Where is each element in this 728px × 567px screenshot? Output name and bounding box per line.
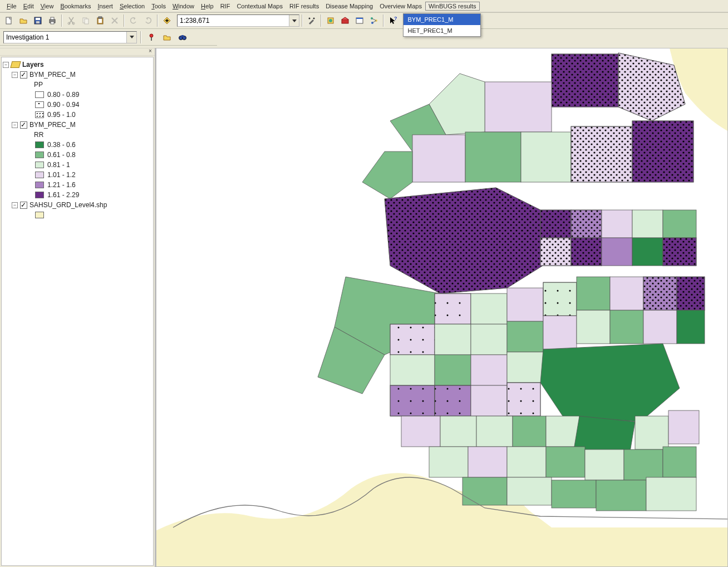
svg-rect-76 bbox=[610, 310, 643, 344]
svg-rect-71 bbox=[435, 324, 471, 355]
dropdown-item-het[interactable]: HET_PREC1_M bbox=[404, 25, 480, 36]
svg-rect-39 bbox=[571, 126, 632, 182]
menu-rif-results[interactable]: RIF results bbox=[286, 2, 322, 11]
menu-selection[interactable]: Selection bbox=[116, 2, 148, 11]
layer-rr-checkbox[interactable] bbox=[20, 121, 27, 129]
cut-icon bbox=[67, 16, 76, 25]
pin-button[interactable] bbox=[145, 31, 158, 44]
menu-file[interactable]: File bbox=[3, 2, 20, 11]
menu-winbugs-results[interactable]: WinBUGS results BYM_PREC1_M HET_PREC1_M bbox=[425, 2, 480, 11]
toolbar-investigation bbox=[0, 29, 217, 46]
layer-pp-checkbox[interactable] bbox=[20, 71, 27, 79]
save-button[interactable] bbox=[31, 14, 45, 27]
menu-contextual-maps[interactable]: Contextual Maps bbox=[233, 2, 286, 11]
map-canvas[interactable] bbox=[156, 48, 728, 567]
svg-rect-18 bbox=[342, 19, 348, 23]
collapse-toggle[interactable]: − bbox=[12, 202, 18, 208]
redo-button[interactable] bbox=[141, 14, 155, 27]
toolbar-separator bbox=[124, 14, 125, 27]
svg-rect-66 bbox=[643, 277, 677, 310]
delete-button[interactable] bbox=[108, 14, 121, 27]
command-line-button[interactable] bbox=[353, 14, 366, 27]
arccatalog-button[interactable] bbox=[324, 14, 337, 27]
collapse-toggle[interactable]: − bbox=[12, 122, 18, 128]
help-pointer-button[interactable]: ? bbox=[386, 14, 400, 27]
dropdown-item-bym[interactable]: BYM_PREC1_M bbox=[404, 14, 480, 25]
svg-rect-87 bbox=[471, 385, 507, 416]
add-data-icon bbox=[163, 16, 171, 25]
scale-dropdown-arrow[interactable] bbox=[289, 15, 299, 26]
menu-window[interactable]: Window bbox=[169, 2, 198, 11]
svg-rect-12 bbox=[99, 19, 102, 23]
folder-button[interactable] bbox=[160, 31, 174, 44]
svg-rect-72 bbox=[471, 324, 507, 355]
svg-point-14 bbox=[313, 18, 315, 19]
undo-button[interactable] bbox=[127, 14, 140, 27]
model-builder-button[interactable] bbox=[367, 14, 381, 27]
svg-rect-33 bbox=[552, 54, 618, 107]
legend-item: 0.90 - 0.94 bbox=[3, 100, 152, 110]
svg-rect-75 bbox=[577, 310, 610, 344]
menu-edit[interactable]: Edit bbox=[20, 2, 37, 11]
menu-view[interactable]: View bbox=[37, 2, 57, 11]
scale-input[interactable] bbox=[178, 16, 289, 26]
toolbar-main: ? bbox=[0, 12, 728, 29]
print-button[interactable] bbox=[46, 14, 59, 27]
investigation-combo[interactable] bbox=[3, 31, 137, 43]
investigation-input[interactable] bbox=[4, 32, 126, 42]
folder-icon bbox=[163, 33, 171, 42]
svg-rect-96 bbox=[668, 410, 699, 444]
open-button[interactable] bbox=[17, 14, 30, 27]
cut-button[interactable] bbox=[65, 14, 78, 27]
svg-rect-95 bbox=[635, 416, 668, 449]
paste-button[interactable] bbox=[94, 14, 107, 27]
collapse-toggle[interactable]: − bbox=[12, 72, 18, 78]
layer-base[interactable]: − SAHSU_GRD_Level4.shp bbox=[3, 200, 152, 210]
layer-pp-name: BYM_PREC_M bbox=[29, 71, 76, 79]
layers-root-label: Layers bbox=[22, 61, 44, 69]
svg-rect-98 bbox=[468, 447, 507, 477]
menu-overview-maps[interactable]: Overview Maps bbox=[376, 2, 425, 11]
save-icon bbox=[33, 16, 42, 25]
add-data-button[interactable] bbox=[160, 14, 174, 27]
layer-base-checkbox[interactable] bbox=[20, 202, 27, 209]
legend-item: 0.80 - 0.89 bbox=[3, 90, 152, 100]
menu-tools[interactable]: Tools bbox=[148, 2, 169, 11]
layer-rr-name: BYM_PREC_M bbox=[29, 121, 76, 129]
svg-rect-0 bbox=[6, 17, 11, 24]
menu-insert[interactable]: Insert bbox=[94, 2, 116, 11]
menu-disease-mapping[interactable]: Disease Mapping bbox=[322, 2, 376, 11]
menu-help[interactable]: Help bbox=[198, 2, 217, 11]
scale-combo[interactable] bbox=[177, 14, 299, 27]
new-button[interactable] bbox=[2, 14, 16, 27]
map-svg bbox=[156, 48, 728, 567]
toolbar-separator bbox=[140, 31, 141, 43]
layer-pp[interactable]: − BYM_PREC_M bbox=[3, 70, 152, 80]
pin-icon bbox=[147, 33, 156, 42]
svg-rect-86 bbox=[435, 385, 471, 416]
collapse-toggle[interactable]: − bbox=[3, 62, 9, 68]
menu-bookmarks[interactable]: Bookmarks bbox=[57, 2, 94, 11]
toc-close-button[interactable]: × bbox=[147, 48, 154, 55]
svg-rect-101 bbox=[585, 449, 624, 480]
investigation-dropdown-arrow[interactable] bbox=[126, 32, 136, 43]
redo-icon bbox=[144, 16, 153, 25]
editor-toolbar-button[interactable] bbox=[305, 14, 318, 27]
layer-rr[interactable]: − BYM_PREC_M bbox=[3, 120, 152, 130]
legend-item: 1.21 - 1.6 bbox=[3, 180, 152, 190]
copy-button[interactable] bbox=[79, 14, 92, 27]
menu-rif[interactable]: RIF bbox=[217, 2, 234, 11]
legend-item: 1.61 - 2.29 bbox=[3, 190, 152, 200]
toolbar-separator bbox=[61, 14, 62, 27]
svg-point-15 bbox=[309, 18, 311, 19]
layers-root[interactable]: − Layers bbox=[3, 60, 152, 70]
binoculars-button[interactable] bbox=[176, 31, 189, 44]
svg-rect-77 bbox=[643, 310, 677, 344]
svg-rect-107 bbox=[596, 480, 646, 511]
svg-rect-84 bbox=[390, 385, 435, 416]
winbugs-dropdown: BYM_PREC1_M HET_PREC1_M bbox=[403, 13, 481, 37]
svg-rect-59 bbox=[471, 294, 507, 324]
arctoolbox-button[interactable] bbox=[338, 14, 352, 27]
svg-rect-70 bbox=[390, 324, 435, 355]
table-of-contents[interactable]: − Layers − BYM_PREC_M PP 0.80 - 0.89 0.9… bbox=[1, 57, 154, 566]
